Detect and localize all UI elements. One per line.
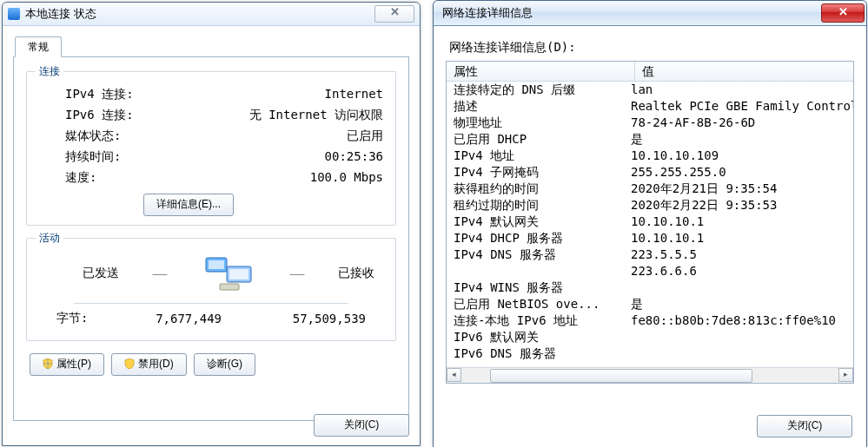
list-item[interactable]: IPv6 DNS 服务器: [447, 345, 853, 362]
prop-cell: IPv4 子网掩码: [447, 164, 627, 181]
prop-cell: IPv4 地址: [447, 148, 627, 164]
value-cell: 10.10.10.109: [627, 148, 853, 164]
recv-label: 已接收: [338, 266, 374, 281]
value-cell: 是: [627, 131, 853, 148]
value-cell: 2020年2月22日 9:35:53: [627, 197, 853, 214]
value-cell: [627, 329, 853, 345]
shield-icon: [124, 356, 135, 366]
close-icon[interactable]: ✕: [374, 5, 414, 23]
tab-general[interactable]: 常规: [15, 36, 62, 57]
close-button[interactable]: 关闭(C): [314, 414, 409, 437]
prop-cell: 描述: [447, 98, 627, 115]
prop-cell: 物理地址: [447, 115, 627, 131]
list-item[interactable]: IPv6 默认网关: [447, 329, 853, 345]
prop-cell: 租约过期的时间: [447, 197, 627, 214]
bytes-recv-value: 57,509,539: [262, 312, 366, 325]
svg-rect-1: [209, 260, 224, 269]
details-title: 网络连接详细信息: [442, 5, 533, 21]
activity-group: 活动 已发送 —— —— 已接收: [26, 238, 396, 341]
details-listview: 属性 值 连接特定的 DNS 后缀lan描述Realtek PCIe GBE F…: [446, 61, 854, 384]
svg-rect-3: [229, 269, 248, 279]
activity-legend: 活动: [36, 231, 63, 246]
shield-icon: [43, 356, 53, 366]
list-item[interactable]: 223.6.6.6: [447, 263, 853, 279]
prop-cell: 连接特定的 DNS 后缀: [447, 82, 627, 98]
value-cell: 78-24-AF-8B-26-6D: [627, 115, 853, 131]
value-cell: lan: [627, 82, 853, 98]
details-titlebar[interactable]: 网络连接详细信息 ✕: [434, 1, 866, 26]
prop-cell: IPv4 WINS 服务器: [447, 279, 627, 296]
value-cell: 255.255.255.0: [627, 164, 853, 181]
prop-cell: IPv4 DNS 服务器: [447, 247, 627, 263]
scroll-right-button[interactable]: ▸: [838, 368, 853, 382]
list-item[interactable]: 已启用 DHCP是: [447, 131, 853, 148]
list-item[interactable]: 已启用 NetBIOS ove...是: [447, 296, 853, 312]
connection-group: 连接 IPv4 连接: Internet IPv6 连接: 无 Internet…: [26, 71, 396, 226]
media-state-value: 已启用: [347, 128, 383, 144]
tab-strip: 常规: [13, 35, 409, 57]
network-details-dialog: 网络连接详细信息 ✕ 网络连接详细信息(D): 属性 值 连接特定的 DNS 后…: [433, 0, 867, 447]
value-cell: [627, 345, 853, 362]
close-icon[interactable]: ✕: [821, 3, 865, 23]
value-cell: 2020年2月21日 9:35:54: [627, 181, 853, 197]
list-item[interactable]: IPv4 子网掩码255.255.255.0: [447, 164, 853, 181]
prop-cell: IPv6 DNS 服务器: [447, 345, 627, 362]
action-buttons: 属性(P) 禁用(D) 诊断(G): [26, 353, 396, 376]
speed-value: 100.0 Mbps: [310, 170, 383, 186]
value-cell: 10.10.10.1: [627, 230, 853, 247]
list-item[interactable]: IPv4 DHCP 服务器10.10.10.1: [447, 230, 853, 247]
prop-cell: IPv6 默认网关: [447, 329, 627, 345]
bytes-sent-value: 7,677,449: [117, 312, 222, 325]
value-cell: 223.6.6.6: [627, 263, 853, 279]
list-item[interactable]: 描述Realtek PCIe GBE Family Control: [447, 98, 853, 115]
diagnose-button[interactable]: 诊断(G): [194, 353, 255, 376]
disable-button[interactable]: 禁用(D): [111, 353, 187, 376]
list-item[interactable]: 物理地址78-24-AF-8B-26-6D: [447, 115, 853, 131]
value-cell: 是: [627, 296, 853, 312]
prop-cell: 获得租约的时间: [447, 181, 627, 197]
value-cell: 223.5.5.5: [627, 247, 853, 263]
prop-cell: 连接-本地 IPv6 地址: [447, 312, 627, 329]
details-close-button[interactable]: 关闭(C): [757, 415, 852, 437]
duration-label: 持续时间:: [65, 149, 121, 165]
list-item[interactable]: IPv4 DNS 服务器223.5.5.5: [447, 247, 853, 263]
value-cell: [627, 279, 853, 296]
scroll-left-button[interactable]: ◂: [447, 368, 461, 382]
network-icon: [8, 8, 20, 20]
value-cell: fe80::b80b:7de8:813c:ff0e%10: [627, 312, 853, 329]
list-item[interactable]: 连接-本地 IPv6 地址fe80::b80b:7de8:813c:ff0e%1…: [447, 312, 853, 329]
list-item[interactable]: 获得租约的时间2020年2月21日 9:35:54: [447, 181, 853, 197]
value-cell: 10.10.10.1: [627, 214, 853, 230]
list-item[interactable]: IPv4 默认网关10.10.10.1: [447, 214, 853, 230]
prop-cell: [447, 263, 627, 279]
list-item[interactable]: IPv4 地址10.10.10.109: [447, 148, 853, 164]
prop-cell: 已启用 NetBIOS ove...: [447, 296, 627, 312]
prop-cell: IPv4 DHCP 服务器: [447, 230, 627, 247]
duration-value: 00:25:36: [325, 149, 383, 165]
status-titlebar[interactable]: 本地连接 状态 ✕: [3, 3, 420, 26]
prop-cell: 已启用 DHCP: [447, 131, 627, 148]
status-title: 本地连接 状态: [25, 6, 96, 22]
media-state-label: 媒体状态:: [65, 128, 121, 144]
speed-label: 速度:: [65, 170, 96, 186]
connection-legend: 连接: [36, 64, 63, 79]
svg-rect-4: [220, 284, 239, 290]
list-item[interactable]: 租约过期的时间2020年2月22日 9:35:53: [447, 197, 853, 214]
col-property[interactable]: 属性: [447, 62, 635, 81]
scroll-thumb[interactable]: [490, 369, 752, 383]
properties-button[interactable]: 属性(P): [30, 353, 104, 376]
list-item[interactable]: IPv4 WINS 服务器: [447, 279, 853, 296]
sent-label: 已发送: [83, 266, 119, 281]
list-item[interactable]: 连接特定的 DNS 后缀lan: [447, 82, 853, 98]
ipv6-conn-value: 无 Internet 访问权限: [249, 108, 383, 123]
horizontal-scrollbar[interactable]: ◂ ▸: [447, 367, 853, 383]
two-computers-icon: [201, 253, 256, 294]
ipv4-conn-value: Internet: [325, 87, 383, 102]
bytes-label: 字节:: [56, 311, 117, 326]
col-value[interactable]: 值: [635, 62, 853, 81]
ipv6-conn-label: IPv6 连接:: [65, 108, 134, 123]
ipv4-conn-label: IPv4 连接:: [65, 87, 134, 102]
listview-header[interactable]: 属性 值: [447, 62, 853, 82]
details-heading: 网络连接详细信息(D):: [449, 40, 854, 56]
details-button[interactable]: 详细信息(E)...: [143, 194, 234, 216]
